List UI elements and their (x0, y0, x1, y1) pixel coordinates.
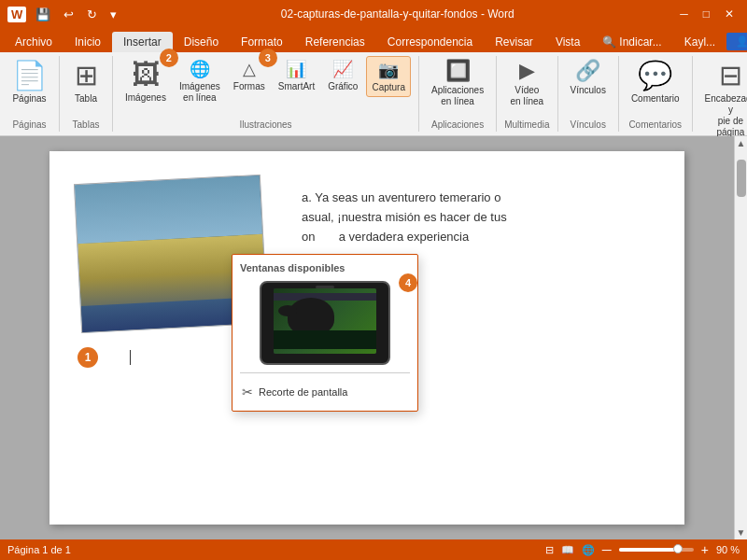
doc-text-content: a. Ya seas un aventurero temerario o asu… (302, 189, 647, 246)
vertical-scrollbar[interactable]: ▲ ▼ (734, 136, 747, 539)
thumbnail-inner (274, 288, 376, 354)
group-paginas: 📄 Páginas Páginas (0, 56, 60, 132)
window-title: 02-capturas-de-pantalla-y-quitar-fondos … (120, 7, 674, 21)
tab-diseno[interactable]: Diseño (173, 32, 230, 52)
view-normal-icon[interactable]: ⊟ (545, 544, 554, 556)
group-ilustraciones: 🖼 Imágenes 2 🌐 Imágenesen línea △ Formas (113, 56, 419, 132)
zoom-minus-button[interactable]: ─ (602, 542, 612, 557)
zoom-plus-button[interactable]: + (701, 542, 709, 557)
recorte-option[interactable]: ✂ Recorte de pantalla (240, 381, 410, 403)
close-button[interactable]: ✕ (719, 6, 740, 22)
btn-paginas[interactable]: 📄 Páginas (7, 56, 51, 107)
group-tablas: ⊞ Tabla Tablas (60, 56, 113, 132)
window-thumbnail[interactable] (260, 281, 390, 365)
group-label-aplicaciones: Aplicaciones (431, 119, 484, 132)
save-button[interactable]: 💾 (32, 6, 54, 23)
video-icon: ▶ (519, 59, 535, 83)
aplicaciones-icon: 🔲 (445, 59, 471, 83)
vinculos-icon: 🔗 (575, 59, 600, 83)
btn-aplicaciones[interactable]: 🔲 Aplicacionesen línea (427, 56, 488, 110)
imagenes-linea-icon: 🌐 (190, 59, 210, 79)
recorte-icon: ✂ (242, 385, 253, 399)
btn-smartart[interactable]: 📊 SmartArt (274, 56, 319, 95)
scroll-down-button[interactable]: ▼ (735, 525, 747, 539)
badge-3: 3 (259, 49, 277, 67)
group-vinculos: 🔗 Vínculos Vínculos (558, 56, 619, 132)
captura-icon: 📷 (378, 60, 399, 80)
tab-referencias[interactable]: Referencias (294, 32, 376, 52)
text-cursor (130, 350, 131, 365)
imagenes-icon: 🖼 (132, 59, 160, 91)
titlebar-right: ─ □ ✕ (674, 6, 740, 22)
group-label-tablas: Tablas (73, 119, 100, 132)
dropdown-title: Ventanas disponibles (240, 262, 410, 273)
doc-text-line-3: on a verdadera experiencia (302, 228, 647, 247)
app-window: W 💾 ↩ ↻ ▾ 02-capturas-de-pantalla-y-quit… (0, 0, 747, 560)
tabla-icon: ⊞ (75, 59, 98, 91)
titlebar: W 💾 ↩ ↻ ▾ 02-capturas-de-pantalla-y-quit… (0, 0, 747, 28)
paginas-icon: 📄 (12, 59, 47, 91)
btn-video[interactable]: ▶ Vídeoen línea (506, 56, 549, 110)
cursor-position: 1 (106, 347, 131, 368)
statusbar-right: ⊟ 📖 🌐 ─ + 90 % (545, 542, 740, 557)
doc-text-line-1: a. Ya seas un aventurero temerario o (302, 189, 647, 208)
captura-dropdown: Ventanas disponibles (232, 254, 418, 412)
word-icon: W (7, 7, 26, 22)
statusbar: Página 1 de 1 ⊟ 📖 🌐 ─ + 90 % (0, 539, 747, 560)
tab-indicar[interactable]: 🔍 Indicar... (591, 32, 672, 52)
group-video: ▶ Vídeoen línea Multimedia (497, 56, 557, 132)
document-area: a. Ya seas un aventurero temerario o asu… (0, 136, 747, 539)
btn-tabla[interactable]: ⊞ Tabla (67, 56, 105, 107)
group-label-vinculos: Vínculos (571, 119, 606, 132)
group-label-paginas: Páginas (12, 119, 46, 132)
tab-correspondencia[interactable]: Correspondencia (376, 32, 484, 52)
grafico-icon: 📈 (332, 59, 353, 79)
zoom-slider-fill (619, 548, 675, 552)
btn-encabezado[interactable]: ⊟ Encabezado ypie de página (700, 56, 747, 141)
share-button[interactable]: 👤 Compartir (726, 33, 747, 50)
tab-inicio[interactable]: Inicio (63, 32, 112, 52)
zoom-slider[interactable] (619, 548, 694, 552)
badge-2: 2 (160, 49, 178, 67)
status-page-info: Página 1 de 1 (7, 544, 71, 555)
group-label-ilustraciones: Ilustraciones (239, 119, 291, 132)
badge-4: 4 (399, 273, 417, 292)
btn-grafico[interactable]: 📈 Gráfico (323, 56, 362, 95)
minimize-button[interactable]: ─ (674, 6, 694, 22)
ribbon-tabs: Archivo Inicio Insertar Diseño Formato R… (0, 28, 747, 52)
thumbnail-screen (274, 288, 376, 354)
btn-comentario[interactable]: 💬 Comentario (627, 56, 684, 107)
group-comentarios: 💬 Comentario Comentarios (619, 56, 693, 132)
comentario-icon: 💬 (638, 59, 672, 91)
more-button[interactable]: ▾ (106, 6, 120, 23)
doc-wrapper: a. Ya seas un aventurero temerario o asu… (0, 136, 734, 539)
tab-revisar[interactable]: Revisar (484, 32, 544, 52)
encabezado-icon: ⊟ (719, 59, 742, 91)
btn-vinculos[interactable]: 🔗 Vínculos (566, 56, 611, 99)
doc-text-line-2: asual, ¡nuestra misión es hacer de tus (302, 208, 647, 228)
maximize-button[interactable]: □ (698, 6, 715, 22)
redo-button[interactable]: ↻ (83, 6, 101, 23)
btn-captura[interactable]: 📷 Captura (366, 56, 411, 97)
group-label-video: Multimedia (504, 119, 549, 132)
tab-vista[interactable]: Vista (544, 32, 591, 52)
formas-icon: △ (243, 59, 256, 79)
tab-user[interactable]: Kayl... (673, 32, 726, 52)
recorte-label: Recorte de pantalla (259, 386, 347, 398)
titlebar-left: W 💾 ↩ ↻ ▾ (7, 6, 120, 23)
tab-archivo[interactable]: Archivo (4, 32, 63, 52)
tab-formato[interactable]: Formato (230, 32, 294, 52)
view-web-icon[interactable]: 🌐 (582, 544, 595, 556)
zoom-level-label: 90 % (716, 544, 740, 555)
view-reading-icon[interactable]: 📖 (561, 544, 574, 556)
ribbon-body: 📄 Páginas Páginas ⊞ Tabla Tablas (0, 52, 747, 136)
scroll-thumb[interactable] (737, 160, 746, 197)
btn-imagenes-linea[interactable]: 🌐 Imágenesen línea (175, 56, 225, 106)
zoom-slider-thumb[interactable] (673, 544, 683, 553)
group-label-comentarios: Comentarios (628, 119, 682, 132)
group-aplicaciones: 🔲 Aplicacionesen línea Aplicaciones (419, 56, 497, 132)
smartart-icon: 📊 (286, 59, 306, 79)
undo-button[interactable]: ↩ (60, 6, 78, 23)
dropdown-separator (240, 372, 410, 373)
badge-1: 1 (78, 347, 98, 368)
